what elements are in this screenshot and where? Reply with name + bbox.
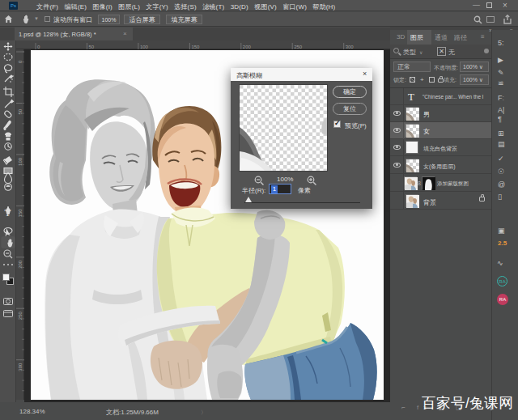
svg-text:0: 0 — [18, 60, 23, 63]
svg-text:T: T — [5, 206, 11, 218]
